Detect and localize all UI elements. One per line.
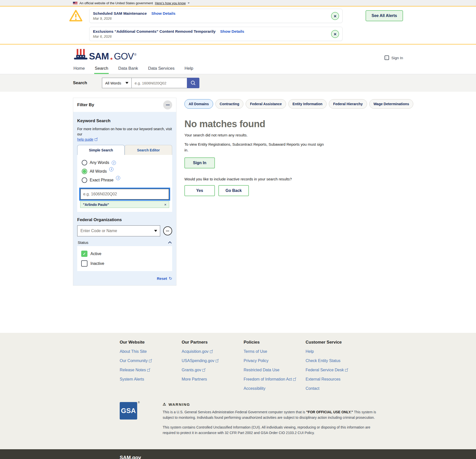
registered-mark: ® <box>138 401 140 404</box>
status-section-toggle[interactable]: Status <box>78 240 172 245</box>
alerts-section: Scheduled SAM Maintenance Show Details M… <box>0 6 476 44</box>
external-link-icon <box>95 138 97 141</box>
domain-pill-contracting[interactable]: Contracting <box>215 99 244 109</box>
footer-link[interactable]: Accessibility <box>244 386 265 391</box>
checkbox-unchecked-icon <box>81 260 87 267</box>
footer-link[interactable]: Restricted Data Use <box>244 368 279 372</box>
nav-item-data-services[interactable]: Data Services <box>148 63 175 74</box>
footer-link[interactable]: External Resources <box>306 377 341 381</box>
nav-item-data-bank[interactable]: Data Bank <box>118 63 138 74</box>
nav-item-help[interactable]: Help <box>184 63 194 74</box>
nav-item-home[interactable]: Home <box>73 63 85 74</box>
show-details-link[interactable]: Show Details <box>151 11 175 15</box>
footer-link[interactable]: Contact <box>306 386 319 391</box>
radio-circle-icon <box>82 160 87 165</box>
inactive-records-question: Would you like to include inactive recor… <box>184 177 413 181</box>
domain-pill-all-domains[interactable]: All Domains <box>184 99 213 109</box>
domain-pill-federal-assistance[interactable]: Federal Assistance <box>246 99 286 109</box>
radio-circle-icon <box>82 169 87 174</box>
footer-link[interactable]: Privacy Policy <box>244 359 269 363</box>
logo-sam-text: SAM <box>89 52 109 61</box>
alert-card: Exclusions “Additional Comments” Content… <box>89 27 343 41</box>
uncle-sam-hat-icon: ★ ★ ★ <box>73 48 88 61</box>
checkbox-active[interactable]: Active <box>81 251 168 257</box>
tab-simple-search[interactable]: Simple Search <box>77 145 125 155</box>
more-options-icon[interactable] <box>163 226 172 235</box>
footer-link[interactable]: Our Community <box>120 359 151 363</box>
chip-close-icon[interactable] <box>164 202 166 207</box>
footer-link[interactable]: About This Site <box>120 349 147 354</box>
alert-title: Scheduled SAM Maintenance <box>93 11 147 15</box>
domain-pill-entity-information[interactable]: Entity Information <box>288 99 327 109</box>
gov-banner: An official website of the United States… <box>0 0 476 6</box>
reset-link[interactable]: Reset <box>157 276 167 281</box>
footer-link[interactable]: Grants.gov <box>182 368 205 372</box>
warning-paragraph-2: This system contains Controlled Unclassi… <box>163 425 380 436</box>
external-link-icon <box>149 360 151 362</box>
gsa-logo: GSA <box>120 402 137 420</box>
chevron-down-icon[interactable] <box>188 2 190 4</box>
domain-pill-federal-hierarchy[interactable]: Federal Hierarchy <box>329 99 367 109</box>
yes-button[interactable]: Yes <box>184 185 215 196</box>
external-link-icon <box>345 369 348 372</box>
status-label: Status <box>78 240 88 245</box>
info-icon[interactable] <box>109 167 113 171</box>
external-link-icon <box>216 360 218 362</box>
footer-link[interactable]: Terms of Use <box>244 349 267 354</box>
warning-label: WARNING <box>168 402 190 407</box>
no-results-text: Your search did not return any results. <box>184 133 413 137</box>
federal-org-input[interactable] <box>77 225 160 236</box>
search-mode-value: All Words <box>105 81 121 85</box>
footer-link[interactable]: More Partners <box>182 377 207 381</box>
footer-col-our-partners: Our Partners Acquisition.gov USASpending… <box>182 340 244 396</box>
warning-icon <box>163 402 166 407</box>
radio-exact-phrase[interactable]: Exact Phrase <box>82 177 169 183</box>
reset-icon[interactable] <box>169 276 172 281</box>
search-input[interactable] <box>131 78 187 88</box>
radio-circle-icon <box>82 177 87 183</box>
help-guide-link[interactable]: help guide <box>77 137 93 141</box>
filter-panel: Filter By Keyword Search For more inform… <box>73 98 176 286</box>
sign-in-button[interactable]: Sign In <box>184 157 215 168</box>
go-back-button[interactable]: Go Back <box>218 185 249 196</box>
site-header: ★ ★ ★ SAM ★ GOV ® Sign In <box>0 44 476 63</box>
footer-link[interactable]: Acquisition.gov <box>182 349 212 354</box>
keyword-chip: "Arlindo Paulo" <box>80 201 169 208</box>
domain-pill-wage-determinations[interactable]: Wage Determinations <box>369 99 414 109</box>
search-band-label: Search <box>73 80 102 85</box>
chevron-down-icon[interactable] <box>154 230 157 232</box>
close-icon[interactable] <box>331 12 339 20</box>
info-icon[interactable] <box>116 176 120 180</box>
tab-search-editor[interactable]: Search Editor <box>125 145 172 155</box>
info-icon[interactable] <box>112 161 116 165</box>
footer-link[interactable]: System Alerts <box>120 377 144 381</box>
footer-link[interactable]: Check Entity Status <box>306 359 341 363</box>
radio-label: Any Words <box>90 160 109 165</box>
footer-link[interactable]: Help <box>306 349 314 354</box>
sam-gov-logo[interactable]: ★ ★ ★ SAM ★ GOV ® <box>73 48 136 61</box>
svg-text:★ ★ ★: ★ ★ ★ <box>77 55 84 58</box>
see-all-alerts-button[interactable]: See All Alerts <box>366 10 403 21</box>
close-icon[interactable] <box>331 30 339 38</box>
sign-in-header[interactable]: Sign In <box>385 55 403 60</box>
search-button[interactable] <box>187 78 199 88</box>
radio-label: All Words <box>90 169 107 174</box>
search-mode-select[interactable]: All Words <box>102 78 131 88</box>
nav-item-search[interactable]: Search <box>94 63 109 74</box>
footer-link[interactable]: USASpending.gov <box>182 359 218 363</box>
checkbox-label: Active <box>90 252 101 256</box>
radio-all-words[interactable]: All Words <box>82 169 169 174</box>
footer-link[interactable]: Release Notes <box>120 368 150 372</box>
checkbox-inactive[interactable]: Inactive <box>81 260 168 267</box>
collapse-filters-button[interactable] <box>163 100 172 109</box>
show-details-link[interactable]: Show Details <box>220 29 244 33</box>
radio-any-words[interactable]: Any Words <box>82 160 169 165</box>
federal-organizations-heading: Federal Organizations <box>77 217 172 222</box>
keyword-input[interactable] <box>80 189 169 200</box>
chevron-down-icon <box>125 82 128 84</box>
sign-in-required-text: To view Entity Registrations, Subcontrac… <box>184 142 328 153</box>
footer-link[interactable]: Freedom of Information Act <box>244 377 296 381</box>
footer-link[interactable]: Federal Service Desk <box>306 368 348 372</box>
footer-col-title: Policies <box>244 340 306 345</box>
how-you-know-link[interactable]: Here’s how you know <box>155 1 186 5</box>
